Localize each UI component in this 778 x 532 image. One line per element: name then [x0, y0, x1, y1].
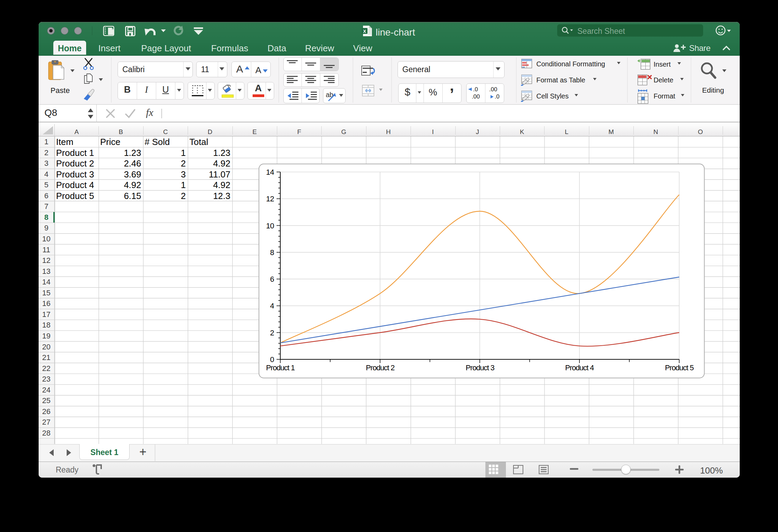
svg-text:8: 8	[270, 248, 274, 257]
svg-text:10: 10	[266, 222, 274, 230]
svg-text:X: X	[363, 29, 366, 34]
svg-text:Product 1: Product 1	[266, 363, 295, 372]
svg-text:0: 0	[270, 355, 274, 364]
svg-text:12: 12	[266, 195, 274, 203]
svg-text:Product 3: Product 3	[466, 363, 494, 372]
svg-text:.0: .0	[495, 93, 499, 100]
svg-text:Product 5: Product 5	[665, 363, 694, 372]
svg-text:.00: .00	[489, 86, 497, 93]
svg-text:2: 2	[270, 329, 274, 337]
svg-text:4: 4	[270, 302, 274, 310]
svg-text:.00: .00	[472, 93, 480, 100]
svg-text:Product 2: Product 2	[366, 363, 394, 372]
svg-text:.0: .0	[473, 86, 478, 93]
svg-text:6: 6	[270, 275, 274, 283]
svg-text:14: 14	[266, 168, 274, 176]
svg-text:Product 4: Product 4	[565, 363, 594, 372]
